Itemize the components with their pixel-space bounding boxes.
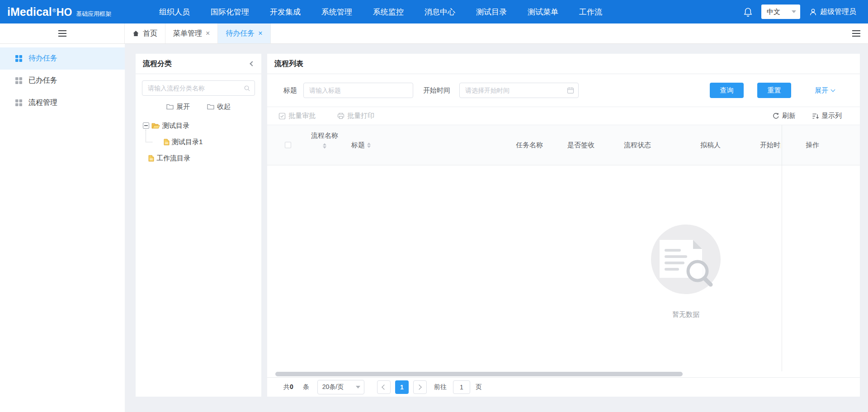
title-filter-input[interactable]: [303, 83, 413, 98]
nav-item-test-dir[interactable]: 测试目录: [476, 7, 507, 17]
sidebar-collapse-button[interactable]: [0, 23, 125, 43]
tab-options-button[interactable]: [852, 23, 868, 43]
chevron-right-icon: [417, 384, 422, 389]
nav-item-i18n[interactable]: 国际化管理: [211, 7, 249, 17]
collapse-all-button[interactable]: 收起: [207, 103, 231, 111]
tab-home[interactable]: 首页: [125, 23, 165, 43]
content-area: 流程分类 展开 收起: [125, 44, 868, 412]
hamburger-icon: [58, 30, 67, 37]
batch-print-button[interactable]: 批量打印: [337, 112, 374, 120]
query-button[interactable]: 查询: [710, 83, 744, 98]
table-toolbar: 批量审批 批量打印 刷新 显示列: [267, 107, 860, 125]
approve-icon: [278, 112, 286, 120]
home-icon: [132, 30, 139, 37]
current-page-button[interactable]: 1: [395, 380, 409, 394]
sort-carets-icon[interactable]: [323, 143, 326, 149]
batch-print-label: 批量打印: [347, 112, 374, 120]
tab-menu-management[interactable]: 菜单管理 ×: [165, 23, 218, 43]
next-page-button[interactable]: [413, 380, 427, 394]
column-header-process-name[interactable]: 流程名称: [306, 131, 344, 149]
empty-state-text: 暂无数据: [642, 310, 730, 319]
tree-actions: 展开 收起: [142, 103, 255, 111]
nav-item-org[interactable]: 组织人员: [159, 7, 190, 17]
username: 超级管理员: [820, 7, 856, 17]
prev-page-button[interactable]: [377, 380, 391, 394]
horizontal-scrollbar-thumb[interactable]: [275, 372, 683, 376]
start-time-input[interactable]: [459, 83, 579, 98]
grid-icon: [15, 77, 22, 84]
category-panel-body: 展开 收起 测试目录 测试目录1: [136, 74, 261, 173]
batch-approve-label: 批量审批: [288, 112, 316, 120]
nav-item-workflow[interactable]: 工作流: [579, 7, 602, 17]
nav-item-sysmgmt[interactable]: 系统管理: [321, 7, 352, 17]
reset-button[interactable]: 重置: [757, 83, 791, 98]
batch-approve-button[interactable]: 批量审批: [278, 112, 316, 120]
fixed-column-divider: [782, 125, 782, 371]
language-select[interactable]: 中文: [761, 5, 800, 19]
show-columns-button[interactable]: 显示列: [812, 112, 842, 120]
column-header-title[interactable]: 标题: [351, 141, 371, 150]
select-all-checkbox-cell: [285, 142, 291, 148]
refresh-button[interactable]: 刷新: [773, 112, 796, 120]
nav-item-message[interactable]: 消息中心: [425, 7, 455, 17]
category-tree: 测试目录 测试目录1 工作流目录: [142, 117, 255, 166]
top-header-bar: iMedical®HO 基础应用框架 组织人员 国际化管理 开发集成 系统管理 …: [0, 0, 868, 23]
goto-label: 前往: [434, 383, 447, 391]
notification-bell-icon[interactable]: [744, 7, 752, 17]
refresh-label: 刷新: [782, 112, 796, 120]
page-size-select[interactable]: 20条/页: [317, 380, 364, 394]
nav-item-dev[interactable]: 开发集成: [270, 7, 301, 17]
main-layout: 待办任务 已办任务 流程管理 流程分类: [0, 44, 868, 412]
category-search-input[interactable]: [142, 80, 255, 96]
tree-node-test-directory[interactable]: 测试目录: [142, 117, 255, 134]
pagination-total: 共0: [283, 383, 293, 391]
start-time-filter-label: 开始时间: [423, 86, 450, 95]
sidebar-item-todo-tasks[interactable]: 待办任务: [0, 47, 125, 70]
printer-icon: [337, 112, 344, 119]
sidebar-item-process-management[interactable]: 流程管理: [0, 92, 125, 114]
tree-node-label: 测试目录1: [172, 138, 203, 146]
goto-unit: 页: [476, 383, 482, 391]
folder-open-outline-icon: [166, 104, 174, 110]
goto-page-input[interactable]: [453, 380, 470, 394]
folder-open-icon: [151, 122, 160, 129]
category-search: [142, 80, 255, 96]
tab-todo-tasks[interactable]: 待办任务 ×: [218, 23, 270, 43]
close-icon[interactable]: ×: [258, 30, 262, 37]
panel-title: 流程列表: [274, 59, 303, 69]
nav-item-sysmonitor[interactable]: 系统监控: [373, 7, 404, 17]
nav-item-test-menu[interactable]: 测试菜单: [528, 7, 558, 17]
total-prefix: 共: [283, 383, 290, 390]
chevron-left-icon: [382, 384, 387, 389]
tree-node-test-directory-1[interactable]: 测试目录1: [142, 134, 255, 150]
open-tabs: 首页 菜单管理 × 待办任务 ×: [125, 23, 271, 43]
sidebar-item-label: 待办任务: [28, 54, 57, 63]
empty-state: 暂无数据: [642, 219, 730, 319]
pagination-unit: 条: [303, 383, 309, 391]
sort-carets-icon[interactable]: [367, 142, 371, 148]
user-menu[interactable]: 超级管理员: [809, 7, 856, 17]
filter-row: 标题 开始时间 查询 重置 展开: [267, 74, 860, 107]
tree-node-label: 工作流目录: [156, 154, 190, 163]
expand-filters-link[interactable]: 展开: [815, 86, 835, 95]
expand-all-button[interactable]: 展开: [166, 103, 190, 111]
page-size-value: 20条/页: [322, 383, 344, 391]
table-body: 暂无数据: [267, 165, 860, 371]
tree-node-workflow-directory[interactable]: 工作流目录: [142, 150, 255, 166]
close-icon[interactable]: ×: [206, 30, 210, 37]
tree-collapse-toggle-icon[interactable]: [143, 122, 149, 129]
collapse-panel-icon[interactable]: [250, 61, 255, 66]
registered-mark: ®: [52, 8, 56, 13]
list-panel-header: 流程列表: [267, 54, 860, 74]
column-header-signed: 是否签收: [567, 141, 594, 150]
chevron-down-icon: [356, 386, 360, 389]
column-header-drafter: 拟稿人: [700, 141, 721, 150]
app-logo: iMedical®HO 基础应用框架: [7, 5, 124, 19]
columns-icon: [812, 113, 819, 119]
no-data-illustration-icon: [642, 219, 730, 304]
sidebar-item-done-tasks[interactable]: 已办任务: [0, 70, 125, 92]
show-columns-label: 显示列: [821, 112, 842, 120]
document-icon: [164, 139, 170, 145]
select-all-checkbox[interactable]: [285, 142, 291, 148]
category-panel-header: 流程分类: [136, 54, 261, 74]
